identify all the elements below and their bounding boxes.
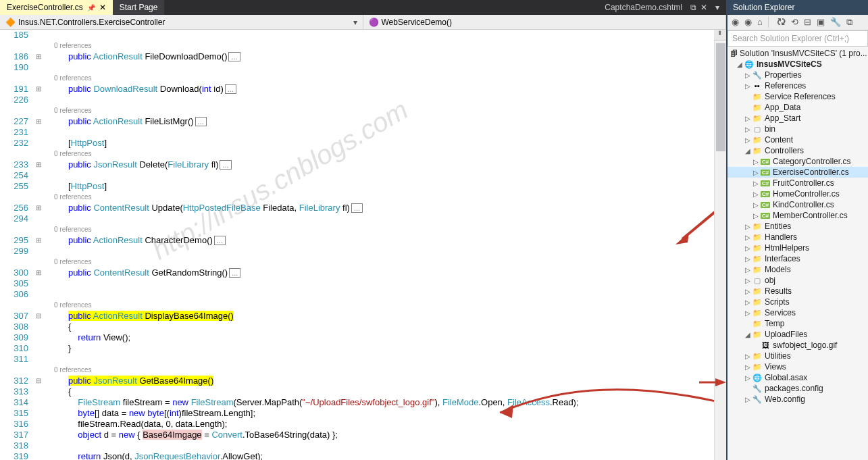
tab-label: ExerciseController.cs [7, 3, 83, 12]
split-icon[interactable]: ⬍ [714, 30, 726, 41]
class-name: Insus.NET.Controllers.ExerciseController [18, 18, 165, 27]
forward-icon[interactable]: ◉ [743, 17, 753, 28]
code-editor[interactable]: http://insus.cnblogs.com 185 0 reference… [0, 30, 714, 460]
tree-item[interactable]: ▷📁Views [727, 361, 868, 372]
pin-icon[interactable]: 📌 [87, 4, 95, 11]
tree-item[interactable]: ▷📁Scripts [727, 297, 868, 307]
sidebar-title: Solution Explorer [727, 0, 868, 15]
dropdown-icon[interactable]: ▾ [715, 3, 719, 12]
showall-icon[interactable]: ▣ [815, 17, 826, 28]
tab-start-page[interactable]: Start Page [113, 0, 165, 15]
tree-item[interactable]: ▷📁Models [727, 264, 868, 275]
tree-item[interactable]: ▷🌐Global.asax [727, 372, 868, 383]
tree-item[interactable]: ▷C#CategoryController.cs [727, 156, 868, 167]
method-icon: 🟣 [369, 18, 379, 27]
sidebar-toolbar: ◉ ◉ ⌂ 🗘 ⟲ ⊟ ▣ 🔧 ⧉ [727, 15, 868, 30]
tree-item[interactable]: ▷C#HomeController.cs [727, 188, 868, 199]
solution-tree[interactable]: 🗐Solution 'InsusMVCSiteCS' (1 pro... ◢🌐I… [727, 47, 868, 460]
tab-label: CaptchaDemo.cshtml [605, 3, 682, 12]
chevron-down-icon[interactable]: ▾ [353, 18, 357, 27]
tree-item[interactable]: 🔧packages.config [727, 383, 868, 394]
close-icon[interactable]: ✕ [700, 3, 707, 12]
tree-item-image[interactable]: 🖼swfobject_logo.gif [727, 340, 868, 351]
tree-item[interactable]: ▷▢bin [727, 124, 868, 134]
preview-icon: ⧉ [690, 3, 696, 12]
tree-item[interactable]: ▷C#FruitController.cs [727, 178, 868, 188]
collapse-icon[interactable]: ⊟ [802, 17, 813, 28]
tree-item[interactable]: 📁Temp [727, 318, 868, 329]
tree-item[interactable]: ▷📁Content [727, 134, 868, 145]
tab-label: Start Page [120, 3, 158, 12]
tree-item[interactable]: ▷C#KindController.cs [727, 199, 868, 210]
solution-explorer: Solution Explorer ◉ ◉ ⌂ 🗘 ⟲ ⊟ ▣ 🔧 ⧉ Sear… [726, 0, 868, 460]
home-icon[interactable]: ⌂ [756, 17, 764, 28]
properties-icon[interactable]: 🔧 [829, 17, 842, 28]
solution-node[interactable]: 🗐Solution 'InsusMVCSiteCS' (1 pro... [727, 48, 868, 59]
tree-item[interactable]: ▷▢obj [727, 275, 868, 286]
tree-item[interactable]: ◢📁UploadFiles [727, 329, 868, 340]
tree-item[interactable]: ▷▪▪References [727, 80, 868, 91]
tree-item[interactable]: ▷🔧Web.config [727, 394, 868, 405]
scrollbar[interactable]: ⬍ ▴ [714, 30, 726, 460]
tree-item[interactable]: 📁App_Data [727, 102, 868, 113]
tree-item[interactable]: ▷📁App_Start [727, 113, 868, 124]
tab-active-file[interactable]: ExerciseController.cs 📌 ✕ [0, 0, 113, 15]
tree-item[interactable]: ▷📁Entities [727, 221, 868, 232]
tree-item[interactable]: ◢📁Controllers [727, 145, 868, 156]
preview-icon[interactable]: ⧉ [845, 17, 854, 28]
class-nav[interactable]: 🔶 Insus.NET.Controllers.ExerciseControll… [0, 15, 363, 29]
tree-item[interactable]: 📁Service References [727, 91, 868, 102]
refresh-icon[interactable]: 🗘 [775, 17, 787, 28]
project-node[interactable]: ◢🌐InsusMVCSiteCS [727, 59, 868, 70]
sync-icon[interactable]: ⟲ [790, 17, 800, 28]
class-icon: 🔶 [5, 18, 16, 27]
close-icon[interactable]: ✕ [99, 3, 106, 12]
tree-item[interactable]: ▷📁Utilities [727, 351, 868, 361]
member-name: WebServiceDemo() [382, 18, 452, 27]
tree-item-selected[interactable]: ▷C#ExerciseController.cs [727, 167, 868, 178]
member-nav[interactable]: 🟣 WebServiceDemo() [363, 15, 727, 29]
back-icon[interactable]: ◉ [730, 17, 740, 28]
tree-item[interactable]: ▷🔧Properties [727, 70, 868, 80]
search-input[interactable]: Search Solution Explorer (Ctrl+;) [727, 30, 868, 47]
tree-item[interactable]: ▷📁Interfaces [727, 253, 868, 264]
breadcrumb: 🔶 Insus.NET.Controllers.ExerciseControll… [0, 15, 726, 30]
tree-item[interactable]: ▷📁Services [727, 307, 868, 318]
scroll-thumb[interactable] [716, 43, 725, 151]
editor-tabs: ExerciseController.cs 📌 ✕ Start Page Cap… [0, 0, 726, 15]
tree-item[interactable]: ▷📁HtmlHelpers [727, 242, 868, 253]
tree-item[interactable]: ▷📁Handlers [727, 232, 868, 242]
tree-item[interactable]: ▷C#MemberController.cs [727, 210, 868, 221]
tab-right-file[interactable]: CaptchaDemo.cshtml ⧉ ✕ ▾ [598, 0, 726, 15]
tree-item[interactable]: ▷📁Results [727, 286, 868, 297]
